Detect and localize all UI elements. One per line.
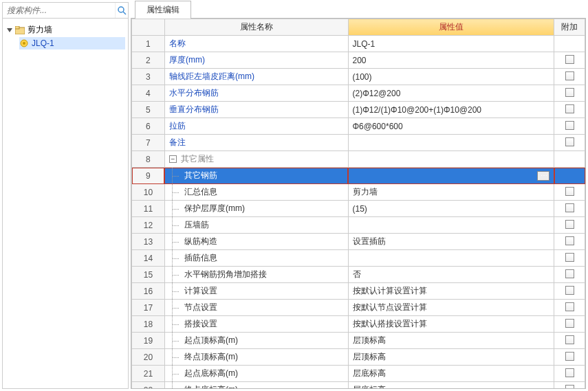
- row-number: 7: [132, 135, 165, 151]
- property-value[interactable]: [348, 151, 554, 168]
- extra-checkbox[interactable]: [565, 88, 574, 97]
- table-row[interactable]: 7备注: [132, 135, 585, 151]
- collapse-icon[interactable]: −: [169, 155, 177, 163]
- row-number: 1: [132, 36, 165, 52]
- table-row[interactable]: 8−其它属性: [132, 151, 585, 168]
- property-value[interactable]: 按默认计算设置计算: [348, 283, 554, 300]
- property-value[interactable]: 否: [348, 267, 554, 283]
- extra-checkbox[interactable]: [565, 71, 574, 80]
- extra-cell: [554, 52, 585, 69]
- extra-cell: [554, 184, 585, 201]
- extra-checkbox[interactable]: [565, 203, 574, 212]
- extra-cell: [554, 102, 585, 118]
- table-row[interactable]: 3轴线距左墙皮距离(mm)(100): [132, 69, 585, 85]
- table-row[interactable]: 9其它钢筋⋯: [132, 168, 585, 184]
- property-name: 轴线距左墙皮距离(mm): [164, 69, 348, 85]
- table-row[interactable]: 22终点底标高(m)层底标高: [132, 382, 585, 390]
- extra-checkbox[interactable]: [565, 352, 574, 361]
- component-tree: 剪力墙 JLQ-1: [3, 19, 128, 388]
- search-button[interactable]: [115, 3, 128, 18]
- extra-checkbox[interactable]: [565, 55, 574, 64]
- ellipsis-button[interactable]: ⋯: [537, 171, 549, 181]
- property-value[interactable]: 层底标高: [348, 366, 554, 382]
- property-value[interactable]: 层顶标高: [348, 333, 554, 349]
- table-row[interactable]: 5垂直分布钢筋(1)Φ12/(1)Φ10@200+(1)Φ10@200: [132, 102, 585, 118]
- property-value[interactable]: [348, 250, 554, 267]
- property-value[interactable]: 200: [348, 52, 554, 69]
- tree-node-root[interactable]: 剪力墙: [6, 23, 125, 37]
- table-row[interactable]: 10汇总信息剪力墙: [132, 184, 585, 201]
- property-value[interactable]: ⋯: [348, 168, 554, 184]
- row-number: 14: [132, 250, 165, 267]
- extra-checkbox[interactable]: [565, 319, 574, 328]
- extra-checkbox[interactable]: [565, 187, 574, 196]
- table-row[interactable]: 4水平分布钢筋(2)Φ12@200: [132, 85, 585, 102]
- property-name: 纵筋构造: [164, 234, 348, 250]
- svg-point-5: [23, 42, 25, 45]
- extra-checkbox[interactable]: [565, 121, 574, 130]
- table-row[interactable]: 17节点设置按默认节点设置计算: [132, 300, 585, 316]
- property-value[interactable]: [348, 217, 554, 234]
- extra-checkbox[interactable]: [565, 286, 574, 295]
- table-row[interactable]: 15水平钢筋拐角增加搭接否: [132, 267, 585, 283]
- extra-checkbox[interactable]: [565, 220, 574, 229]
- property-value[interactable]: JLQ-1: [348, 36, 554, 52]
- extra-checkbox[interactable]: [565, 368, 574, 377]
- property-value[interactable]: (1)Φ12/(1)Φ10@200+(1)Φ10@200: [348, 102, 554, 118]
- table-row[interactable]: 13纵筋构造设置插筋: [132, 234, 585, 250]
- property-value[interactable]: 按默认节点设置计算: [348, 300, 554, 316]
- property-value[interactable]: 按默认搭接设置计算: [348, 316, 554, 333]
- tabs: 属性编辑: [131, 0, 586, 19]
- table-row[interactable]: 16计算设置按默认计算设置计算: [132, 283, 585, 300]
- property-value[interactable]: (15): [348, 201, 554, 217]
- property-name: 水平分布钢筋: [164, 85, 348, 102]
- header-extra: 附加: [554, 19, 585, 36]
- extra-checkbox[interactable]: [565, 269, 574, 278]
- extra-cell: [554, 36, 585, 52]
- extra-cell: [554, 366, 585, 382]
- tab-property-editor[interactable]: 属性编辑: [135, 1, 191, 19]
- property-name: 终点底标高(m): [164, 382, 348, 390]
- table-row[interactable]: 12压墙筋: [132, 217, 585, 234]
- collapse-icon[interactable]: [6, 26, 14, 34]
- property-value[interactable]: (2)Φ12@200: [348, 85, 554, 102]
- table-row[interactable]: 19起点顶标高(m)层顶标高: [132, 333, 585, 349]
- property-grid: 属性名称 属性值 附加 1名称JLQ-12厚度(mm)2003轴线距左墙皮距离(…: [131, 19, 585, 389]
- search-icon: [117, 5, 127, 15]
- extra-checkbox[interactable]: [565, 236, 574, 245]
- property-value[interactable]: 设置插筋: [348, 234, 554, 250]
- header-row: 属性名称 属性值 附加: [132, 19, 585, 36]
- table-row[interactable]: 21起点底标高(m)层底标高: [132, 366, 585, 382]
- property-value[interactable]: 剪力墙: [348, 184, 554, 201]
- svg-line-1: [123, 12, 126, 14]
- row-number: 2: [132, 52, 165, 69]
- table-row[interactable]: 1名称JLQ-1: [132, 36, 585, 52]
- extra-checkbox[interactable]: [565, 253, 574, 262]
- extra-checkbox[interactable]: [565, 302, 574, 311]
- header-value: 属性值: [348, 19, 554, 36]
- tree-node-child[interactable]: JLQ-1: [19, 37, 125, 49]
- extra-cell: [554, 333, 585, 349]
- extra-checkbox[interactable]: [565, 385, 574, 390]
- property-value[interactable]: 层顶标高: [348, 349, 554, 366]
- component-icon: [19, 38, 29, 48]
- property-value[interactable]: Φ6@600*600: [348, 118, 554, 135]
- extra-checkbox[interactable]: [565, 335, 574, 344]
- table-row[interactable]: 2厚度(mm)200: [132, 52, 585, 69]
- extra-checkbox[interactable]: [565, 137, 574, 146]
- table-row[interactable]: 11保护层厚度(mm)(15): [132, 201, 585, 217]
- tree-label-root: 剪力墙: [28, 24, 52, 36]
- property-value[interactable]: 层底标高: [348, 382, 554, 390]
- table-row[interactable]: 14插筋信息: [132, 250, 585, 267]
- table-row[interactable]: 20终点顶标高(m)层顶标高: [132, 349, 585, 366]
- table-row[interactable]: 18搭接设置按默认搭接设置计算: [132, 316, 585, 333]
- extra-cell: [554, 349, 585, 366]
- extra-cell: [554, 300, 585, 316]
- property-panel: 属性编辑 属性名称 属性值 附加 1名称JLQ-12厚度(mm)2003轴线距左…: [131, 0, 586, 389]
- property-value[interactable]: (100): [348, 69, 554, 85]
- table-row[interactable]: 6拉筋Φ6@600*600: [132, 118, 585, 135]
- property-name: 搭接设置: [164, 316, 348, 333]
- search-input[interactable]: [3, 3, 115, 18]
- extra-checkbox[interactable]: [565, 104, 574, 113]
- property-value[interactable]: [348, 135, 554, 151]
